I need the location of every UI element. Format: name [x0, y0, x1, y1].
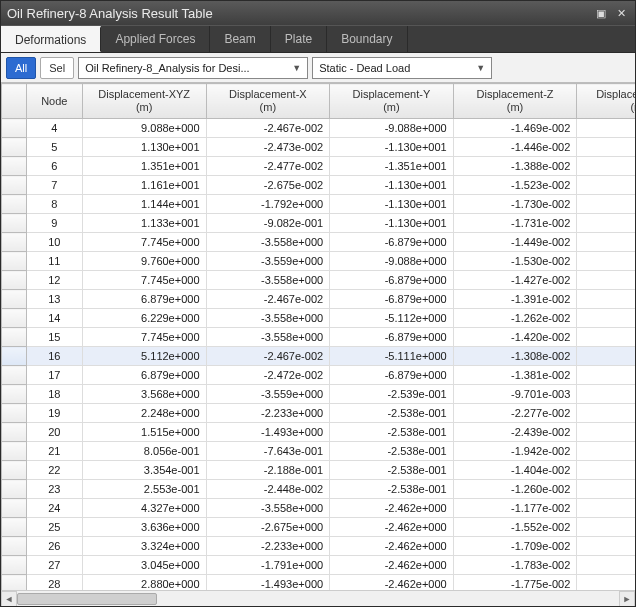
cell-value[interactable]: 1.130e+001	[577, 138, 635, 157]
cell-value[interactable]: 4.327e+000	[82, 499, 206, 518]
grid-scroll[interactable]: NodeDisplacement-XYZ(m)Displacement-X(m)…	[1, 83, 635, 590]
cell-node[interactable]: 23	[26, 480, 82, 499]
row-header[interactable]	[2, 271, 27, 290]
cell-value[interactable]: -1.351e+001	[330, 157, 454, 176]
table-row[interactable]: 273.045e+000-1.791e+000-2.462e+000-1.783…	[2, 556, 636, 575]
cell-value[interactable]: 7.745e+000	[577, 271, 635, 290]
row-header[interactable]	[2, 480, 27, 499]
cell-node[interactable]: 16	[26, 347, 82, 366]
cell-value[interactable]: -6.879e+000	[330, 290, 454, 309]
cell-value[interactable]: -1.177e-002	[453, 499, 577, 518]
column-header[interactable]: Node	[26, 84, 82, 119]
cell-value[interactable]: -2.538e-001	[330, 423, 454, 442]
table-row[interactable]: 81.144e+001-1.792e+000-1.130e+001-1.730e…	[2, 195, 636, 214]
row-header[interactable]	[2, 404, 27, 423]
cell-value[interactable]: -2.538e-001	[330, 404, 454, 423]
cell-value[interactable]: 6.229e+000	[577, 309, 635, 328]
cell-value[interactable]: 1.144e+001	[82, 195, 206, 214]
cell-value[interactable]: -1.449e-002	[453, 233, 577, 252]
cell-node[interactable]: 13	[26, 290, 82, 309]
cell-node[interactable]: 17	[26, 366, 82, 385]
cell-value[interactable]: -1.552e-002	[453, 518, 577, 537]
table-row[interactable]: 244.327e+000-3.558e+000-2.462e+000-1.177…	[2, 499, 636, 518]
cell-node[interactable]: 7	[26, 176, 82, 195]
cell-value[interactable]: -2.467e-002	[206, 119, 330, 138]
row-header[interactable]	[2, 556, 27, 575]
cell-value[interactable]: -7.643e-001	[206, 442, 330, 461]
row-header[interactable]	[2, 119, 27, 138]
row-header[interactable]	[2, 233, 27, 252]
cell-value[interactable]: -1.260e-002	[453, 480, 577, 499]
table-row[interactable]: 165.112e+000-2.467e-002-5.111e+000-1.308…	[2, 347, 636, 366]
cell-value[interactable]: -9.082e-001	[206, 214, 330, 233]
cell-value[interactable]: 3.045e+000	[82, 556, 206, 575]
cell-value[interactable]: 9.088e+000	[577, 119, 635, 138]
table-row[interactable]: 49.088e+000-2.467e-002-9.088e+000-1.469e…	[2, 119, 636, 138]
cell-value[interactable]: 7.745e+000	[82, 271, 206, 290]
tab-applied-forces[interactable]: Applied Forces	[101, 26, 210, 52]
cell-value[interactable]: -2.467e-002	[206, 290, 330, 309]
cell-value[interactable]: -1.791e+000	[206, 556, 330, 575]
row-header[interactable]	[2, 290, 27, 309]
cell-value[interactable]: 1.161e+001	[577, 176, 635, 195]
table-row[interactable]: 218.056e-001-7.643e-001-2.538e-001-1.942…	[2, 442, 636, 461]
cell-node[interactable]: 22	[26, 461, 82, 480]
loadcase-select[interactable]: Static - Dead Load ▼	[312, 57, 492, 79]
row-header[interactable]	[2, 499, 27, 518]
cell-value[interactable]: 6.879e+000	[82, 366, 206, 385]
table-row[interactable]: 263.324e+000-2.233e+000-2.462e+000-1.709…	[2, 537, 636, 556]
cell-node[interactable]: 10	[26, 233, 82, 252]
cell-value[interactable]: -2.462e+000	[330, 556, 454, 575]
cell-node[interactable]: 18	[26, 385, 82, 404]
cell-value[interactable]: 6.879e+000	[577, 290, 635, 309]
cell-value[interactable]: -1.130e+001	[330, 176, 454, 195]
column-header[interactable]: Displacement-Y(m)	[330, 84, 454, 119]
table-row[interactable]: 146.229e+000-3.558e+000-5.112e+000-1.262…	[2, 309, 636, 328]
cell-value[interactable]: -1.775e-002	[453, 575, 577, 590]
row-header[interactable]	[2, 518, 27, 537]
cell-value[interactable]: -5.112e+000	[330, 309, 454, 328]
close-icon[interactable]: ✕	[613, 6, 629, 20]
cell-value[interactable]: 2.248e+000	[82, 404, 206, 423]
cell-value[interactable]: 2.549e-001	[577, 480, 635, 499]
cell-value[interactable]: 9.760e+000	[577, 252, 635, 271]
cell-value[interactable]: -2.448e-002	[206, 480, 330, 499]
cell-value[interactable]: -9.088e+000	[330, 119, 454, 138]
cell-value[interactable]: -1.388e-002	[453, 157, 577, 176]
cell-value[interactable]: -2.539e-001	[330, 385, 454, 404]
cell-node[interactable]: 25	[26, 518, 82, 537]
cell-value[interactable]: 7.745e+000	[82, 328, 206, 347]
cell-value[interactable]: -1.493e+000	[206, 423, 330, 442]
cell-value[interactable]: 3.354e-001	[82, 461, 206, 480]
cell-value[interactable]: 1.161e+001	[82, 176, 206, 195]
cell-value[interactable]: -2.538e-001	[330, 461, 454, 480]
cell-value[interactable]: 3.351e-001	[577, 461, 635, 480]
cell-node[interactable]: 24	[26, 499, 82, 518]
cell-value[interactable]: 8.056e-001	[82, 442, 206, 461]
table-row[interactable]: 201.515e+000-1.493e+000-2.538e-001-2.439…	[2, 423, 636, 442]
table-row[interactable]: 136.879e+000-2.467e-002-6.879e+000-1.391…	[2, 290, 636, 309]
cell-value[interactable]: 1.144e+001	[577, 195, 635, 214]
cell-node[interactable]: 27	[26, 556, 82, 575]
cell-value[interactable]: 1.515e+000	[82, 423, 206, 442]
cell-value[interactable]: 1.351e+001	[82, 157, 206, 176]
cell-value[interactable]: -2.462e+000	[330, 518, 454, 537]
cell-value[interactable]: 3.568e+000	[82, 385, 206, 404]
cell-value[interactable]: -2.675e+000	[206, 518, 330, 537]
cell-node[interactable]: 4	[26, 119, 82, 138]
table-row[interactable]: 107.745e+000-3.558e+000-6.879e+000-1.449…	[2, 233, 636, 252]
cell-value[interactable]: -3.558e+000	[206, 271, 330, 290]
cell-value[interactable]: -5.111e+000	[330, 347, 454, 366]
cell-node[interactable]: 26	[26, 537, 82, 556]
cell-value[interactable]: -1.530e-002	[453, 252, 577, 271]
cell-node[interactable]: 6	[26, 157, 82, 176]
row-header[interactable]	[2, 537, 27, 556]
cell-value[interactable]: 6.879e+000	[82, 290, 206, 309]
tab-boundary[interactable]: Boundary	[327, 26, 407, 52]
cell-value[interactable]: -1.493e+000	[206, 575, 330, 590]
cell-node[interactable]: 5	[26, 138, 82, 157]
cell-value[interactable]: -1.469e-002	[453, 119, 577, 138]
row-header[interactable]	[2, 461, 27, 480]
table-row[interactable]: 119.760e+000-3.559e+000-9.088e+000-1.530…	[2, 252, 636, 271]
column-header[interactable]: Displacement-XY(m)	[577, 84, 635, 119]
